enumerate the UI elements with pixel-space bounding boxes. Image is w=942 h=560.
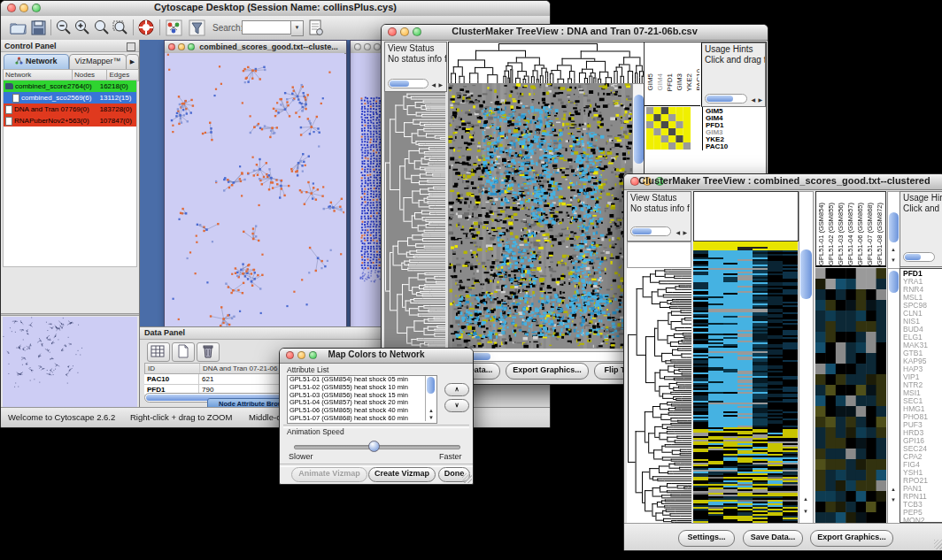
tab-vizmapper[interactable]: VizMapper™: [69, 54, 127, 70]
settings-button[interactable]: Settings...: [678, 530, 735, 547]
slider-thumb[interactable]: [368, 441, 380, 452]
move-up-button[interactable]: ∧: [444, 383, 469, 396]
treeview2-titlebar[interactable]: ClusterMaker TreeView : combined_scores_…: [624, 174, 942, 190]
scroll-down-icon[interactable]: ▼: [891, 497, 896, 502]
column-label[interactable]: GPL51-06 (GSM865): [855, 203, 865, 265]
network-row-dna-tran[interactable]: DNA and Tran 07 769(0) 183728(0): [4, 104, 136, 115]
zoom-in-icon[interactable]: [73, 19, 91, 37]
column-label[interactable]: GPL51-02 (GSM855): [826, 203, 836, 265]
row-dendrogram[interactable]: [384, 92, 445, 349]
help-lifering-icon[interactable]: [137, 19, 156, 37]
zoom-out-icon[interactable]: [54, 19, 73, 37]
view-status-scrollbar[interactable]: [630, 226, 671, 236]
zoom-fit-icon[interactable]: [92, 19, 111, 37]
vizmapper-icon[interactable]: [165, 19, 183, 37]
scrollbar-thumb[interactable]: [800, 249, 812, 299]
close-button[interactable]: [354, 43, 361, 50]
save-icon[interactable]: [29, 19, 48, 37]
network-window-1-titlebar[interactable]: combined_scores_good.txt--cluste...: [165, 41, 346, 54]
export-graphics-button[interactable]: Export Graphics...: [810, 530, 893, 547]
heatmap-hscrollbar[interactable]: ◀ ▶: [448, 351, 645, 362]
column-dendrogram[interactable]: [448, 42, 646, 85]
column-label[interactable]: GPL51-07 (GSM868): [865, 203, 875, 265]
new-attribute-icon[interactable]: [172, 342, 195, 362]
scroll-left-icon[interactable]: ◀: [676, 230, 680, 235]
scroll-down-icon[interactable]: ▼: [803, 509, 808, 514]
gene-label[interactable]: PAC10: [706, 143, 765, 150]
scrollbar-thumb[interactable]: [905, 254, 921, 260]
annotation-icon[interactable]: [306, 19, 325, 37]
scrollbar-thumb[interactable]: [889, 212, 899, 242]
column-dendrogram-area[interactable]: [693, 191, 799, 242]
column-labels-scrollbar[interactable]: ▲ ▼: [887, 191, 900, 269]
zoom-button[interactable]: [374, 43, 381, 50]
column-label[interactable]: GPL51-01 (GSM854): [816, 203, 826, 265]
network-view-canvas-1[interactable]: [165, 53, 344, 327]
attribute-item[interactable]: GPL51-07 (GSM868) heat shock 60 min: [288, 415, 436, 423]
heatmap-vscrollbar[interactable]: ▲ ▼: [799, 191, 814, 525]
tab-overflow-arrow[interactable]: ▶: [126, 54, 139, 70]
network-window-1[interactable]: combined_scores_good.txt--cluste...: [164, 40, 347, 330]
network-overview-thumbnail[interactable]: [3, 317, 137, 407]
treeview1-titlebar[interactable]: ClusterMaker TreeView : DNA and Tran 07-…: [382, 25, 768, 41]
attribute-table-icon[interactable]: [147, 342, 170, 362]
search-input[interactable]: [242, 20, 291, 35]
network-row-combined-scores[interactable]: combined_scores 2764(0) 16218(0): [4, 81, 136, 92]
panel-splitter[interactable]: [1, 313, 139, 316]
scroll-up-icon[interactable]: ▲: [891, 247, 896, 252]
heatmap-global-view[interactable]: [693, 242, 798, 523]
zoom-heatmap[interactable]: [815, 268, 886, 523]
minimize-button[interactable]: [364, 43, 371, 50]
scrollbar-thumb[interactable]: [427, 377, 435, 394]
column-label[interactable]: GPL51-04 (GSM857): [845, 203, 855, 265]
col-id[interactable]: ID: [145, 364, 200, 373]
attribute-list-scrollbar[interactable]: ▲ ▼: [425, 376, 436, 421]
search-dropdown-arrow[interactable]: ▼: [291, 20, 304, 36]
float-panel-icon[interactable]: [127, 42, 135, 51]
column-label[interactable]: PAC10: [695, 69, 699, 91]
gene-label[interactable]: MON2: [903, 517, 942, 523]
move-down-button[interactable]: ∨: [444, 399, 469, 412]
create-vizmap-button[interactable]: Create Vizmap: [368, 467, 436, 482]
dialog-titlebar[interactable]: Map Colors to Network: [280, 349, 473, 364]
scrollbar-thumb[interactable]: [634, 95, 644, 164]
column-label[interactable]: GIM5: [646, 73, 655, 91]
column-label[interactable]: GIM4: [656, 73, 665, 91]
scrollbar-thumb[interactable]: [632, 228, 652, 234]
scroll-up-icon[interactable]: ▲: [891, 487, 896, 492]
column-label[interactable]: GIM3: [676, 73, 684, 91]
window-controls-inactive[interactable]: [354, 43, 381, 50]
scroll-down-icon[interactable]: ▼: [429, 415, 434, 420]
zoom-selected-icon[interactable]: [111, 19, 129, 37]
scroll-right-icon[interactable]: ▶: [683, 230, 687, 235]
row-dendrogram[interactable]: [627, 268, 691, 523]
column-label[interactable]: PFD1: [666, 73, 675, 91]
animate-vizmap-button[interactable]: Animate Vizmap: [291, 467, 367, 482]
usage-hints-scrollbar[interactable]: [705, 94, 747, 104]
column-label[interactable]: GPL51-03 (GSM856): [836, 203, 845, 265]
network-row-selected[interactable]: combined_sco 2569(6) 13112(15): [4, 92, 136, 104]
tab-network[interactable]: Network: [4, 54, 69, 70]
scroll-up-icon[interactable]: ▲: [803, 496, 808, 502]
scroll-up-icon[interactable]: ▲: [429, 408, 434, 413]
scroll-right-icon[interactable]: ▶: [438, 82, 443, 88]
column-label[interactable]: GPL51-08 (GSM872): [875, 203, 884, 265]
scroll-left-icon[interactable]: ◀: [431, 82, 436, 88]
scrollbar-thumb[interactable]: [706, 96, 733, 102]
scroll-down-icon[interactable]: ▼: [891, 257, 896, 263]
scroll-right-icon[interactable]: ▶: [758, 97, 762, 103]
main-titlebar[interactable]: Cytoscape Desktop (Session Name: collins…: [1, 1, 550, 17]
resize-grip[interactable]: [934, 540, 942, 549]
resize-grip[interactable]: [462, 473, 472, 483]
zoom-vscrollbar[interactable]: ▲ ▼: [887, 268, 900, 525]
scrollbar-thumb[interactable]: [889, 271, 899, 293]
column-label[interactable]: YKE2: [685, 73, 694, 91]
network-row-rnapuber[interactable]: RNAPuberNov2+ 563(0) 107847(0): [4, 115, 136, 127]
scrollbar-thumb[interactable]: [390, 81, 409, 87]
view-status-scrollbar[interactable]: [388, 79, 429, 88]
usage-hints-scrollbar[interactable]: [903, 252, 935, 262]
open-folder-icon[interactable]: [9, 19, 27, 37]
scroll-left-icon[interactable]: ◀: [751, 97, 755, 103]
attribute-list[interactable]: GPL51-01 (GSM854) heat shock 05 minGPL51…: [287, 375, 437, 424]
zoom-heatmap[interactable]: [646, 107, 691, 150]
